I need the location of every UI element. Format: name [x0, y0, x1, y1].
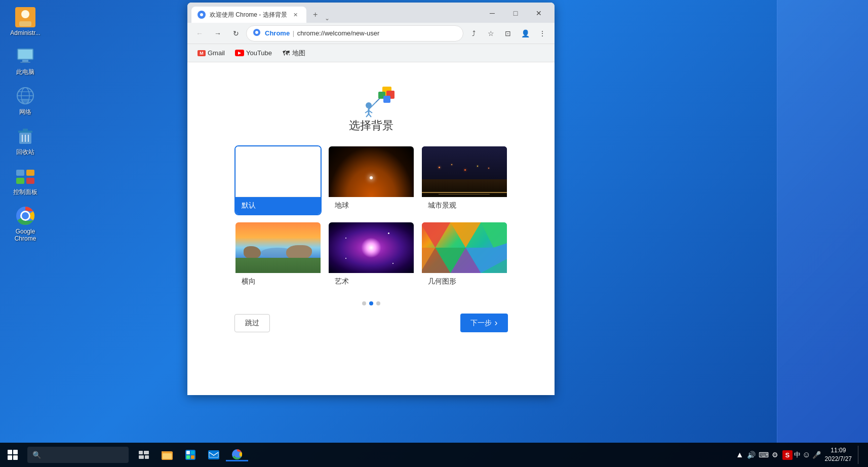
- ime-icon[interactable]: S: [782, 450, 793, 460]
- page-title: 选择背景: [349, 118, 393, 133]
- svg-rect-54: [145, 455, 149, 459]
- maps-label: 地图: [292, 49, 305, 58]
- pagination: [362, 301, 380, 305]
- svg-rect-51: [139, 451, 143, 454]
- tab-close-button[interactable]: ✕: [291, 10, 300, 19]
- svg-rect-62: [208, 450, 219, 459]
- svg-point-1: [21, 10, 29, 18]
- taskbar-task-view[interactable]: [133, 451, 155, 459]
- bg-card-geometric[interactable]: 几何图形: [421, 221, 508, 291]
- google-chrome-label: Google Chrome: [7, 228, 44, 242]
- skip-button[interactable]: 跳过: [234, 314, 270, 332]
- svg-rect-20: [26, 170, 34, 176]
- toolbar-right-icons: ⤴ ☆ ⊡ 👤 ⋮: [465, 25, 550, 42]
- svg-line-35: [369, 114, 371, 117]
- bookmark-button[interactable]: ☆: [483, 25, 499, 42]
- forward-button[interactable]: →: [210, 25, 226, 42]
- bg-card-landscape[interactable]: 横向: [234, 221, 322, 291]
- clock-date: 2022/7/27: [825, 455, 852, 463]
- split-button[interactable]: ⊡: [500, 25, 516, 42]
- browser-window: 欢迎使用 Chrome - 选择背景 ✕ + ⌄ ─ □ ✕ ← → ↻: [187, 3, 555, 395]
- lang-indicator[interactable]: 中: [794, 450, 801, 459]
- start-button[interactable]: [0, 443, 25, 467]
- bg-card-art[interactable]: 艺术: [328, 221, 415, 291]
- background-grid: 默认 地球: [234, 145, 508, 291]
- show-desktop-button[interactable]: [858, 446, 862, 464]
- svg-rect-56: [163, 453, 172, 459]
- taskbar-chrome[interactable]: [226, 449, 248, 461]
- youtube-label: YouTube: [246, 49, 272, 57]
- dot-1[interactable]: [362, 301, 366, 305]
- bookmark-youtube[interactable]: ▶ YouTube: [231, 47, 276, 59]
- maximize-button[interactable]: □: [504, 6, 527, 21]
- svg-marker-43: [450, 222, 481, 248]
- taskbar-file-explorer[interactable]: [156, 450, 178, 460]
- new-tab-button[interactable]: +: [308, 8, 323, 22]
- bookmark-maps[interactable]: 🗺 地图: [278, 47, 309, 60]
- desktop-icons: Administr... 此电脑: [5, 5, 46, 244]
- this-pc-icon: [15, 46, 35, 66]
- bg-card-default[interactable]: 默认: [234, 145, 322, 215]
- share-button[interactable]: ⤴: [465, 25, 482, 42]
- svg-rect-22: [26, 178, 34, 184]
- bg-preview-galaxy: [329, 222, 414, 273]
- address-bar[interactable]: Chrome | chrome://welcome/new-user: [246, 25, 463, 42]
- ime-area: S 中 ☺ 🎤: [782, 450, 821, 460]
- bg-preview-default: [235, 146, 321, 197]
- svg-rect-60: [186, 455, 190, 459]
- desktop-icon-google-chrome[interactable]: Google Chrome: [5, 204, 46, 244]
- taskbar-clock[interactable]: 11:09 2022/7/27: [825, 446, 852, 463]
- bg-card-city[interactable]: 城市景观: [421, 145, 508, 215]
- this-pc-label: 此电脑: [16, 68, 34, 76]
- back-button[interactable]: ←: [191, 25, 208, 42]
- svg-rect-12: [21, 99, 29, 103]
- svg-rect-6: [20, 62, 30, 63]
- mic-icon[interactable]: 🎤: [812, 451, 821, 459]
- taskbar-store[interactable]: [179, 450, 202, 460]
- refresh-button[interactable]: ↻: [228, 25, 244, 42]
- volume-icon[interactable]: 🔊: [747, 451, 756, 459]
- taskbar-mail[interactable]: [203, 450, 225, 459]
- bookmarks-bar: M Gmail ▶ YouTube 🗺 地图: [187, 44, 555, 62]
- desktop-icon-network[interactable]: 网络: [5, 84, 46, 119]
- emoji-icon[interactable]: ☺: [802, 450, 810, 459]
- close-button[interactable]: ✕: [527, 6, 550, 21]
- next-button[interactable]: 下一步 ›: [460, 314, 508, 332]
- bookmark-gmail[interactable]: M Gmail: [193, 47, 229, 59]
- clock-time: 11:09: [825, 446, 852, 455]
- dot-3[interactable]: [376, 301, 380, 305]
- desktop-icon-control-panel[interactable]: 控制面板: [5, 164, 46, 199]
- address-url: chrome://welcome/new-user: [297, 29, 380, 37]
- network-tray-icon[interactable]: ▲: [736, 450, 744, 459]
- settings-tray-icon[interactable]: ⚙: [772, 451, 778, 459]
- browser-tab-active[interactable]: 欢迎使用 Chrome - 选择背景 ✕: [191, 7, 306, 23]
- youtube-icon: ▶: [235, 50, 244, 56]
- minimize-button[interactable]: ─: [481, 6, 504, 21]
- bg-card-earth[interactable]: 地球: [328, 145, 415, 215]
- menu-button[interactable]: ⋮: [534, 25, 550, 42]
- administrator-label: Administr...: [10, 29, 40, 36]
- google-chrome-icon: [15, 206, 35, 226]
- bg-preview-earth: [329, 146, 414, 197]
- desktop-icon-this-pc[interactable]: 此电脑: [5, 44, 46, 79]
- svg-rect-14: [18, 131, 32, 133]
- taskbar-search[interactable]: 🔍: [27, 447, 129, 463]
- svg-point-25: [22, 212, 29, 219]
- bg-label-landscape: 横向: [235, 273, 321, 290]
- windows-decoration: [777, 0, 868, 443]
- welcome-illustration: [341, 72, 402, 118]
- tab-dropdown-button[interactable]: ⌄: [325, 15, 330, 22]
- svg-rect-5: [22, 60, 28, 62]
- svg-point-67: [235, 452, 239, 456]
- browser-toolbar: ← → ↻ Chrome | chrome://welcome/new-user…: [187, 23, 555, 44]
- svg-rect-58: [186, 451, 190, 454]
- window-controls: ─ □ ✕: [481, 6, 550, 21]
- bg-label-art: 艺术: [329, 273, 414, 290]
- profile-button[interactable]: 👤: [517, 25, 533, 42]
- network-icon: [15, 86, 35, 106]
- svg-marker-44: [481, 222, 507, 248]
- desktop-icon-recycle-bin[interactable]: 回收站: [5, 124, 46, 159]
- desktop-icon-administrator[interactable]: Administr...: [5, 5, 46, 38]
- keyboard-icon[interactable]: ⌨: [759, 451, 769, 459]
- dot-2[interactable]: [369, 301, 373, 305]
